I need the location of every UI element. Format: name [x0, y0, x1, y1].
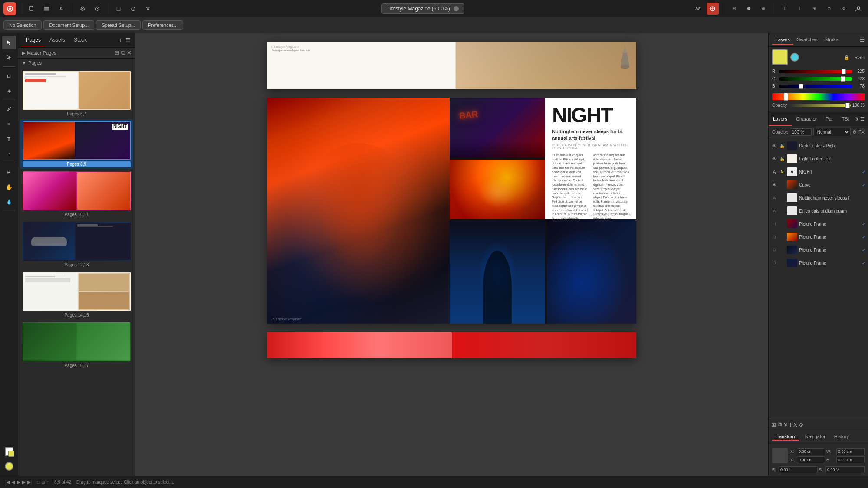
icon7[interactable]: ⊙ [823, 3, 835, 15]
paint-tool[interactable]: ✒ [2, 117, 16, 131]
text-icon[interactable]: A [55, 3, 67, 15]
shape-tool[interactable]: ⊿ [2, 147, 16, 160]
stroke-swatch[interactable] [2, 445, 16, 459]
document-setup-btn[interactable]: Document Setup... [43, 20, 94, 30]
document-title-bar[interactable]: Lifestyle Magazine (50.0%) [381, 3, 464, 14]
icon5[interactable]: I [793, 3, 806, 15]
colour-tab-swatches[interactable]: Swatches [793, 35, 821, 45]
settings-icon[interactable]: ⚙ [76, 3, 89, 15]
colour-swatch-secondary[interactable] [790, 53, 799, 62]
x-input[interactable]: 0.00 cm [797, 448, 825, 455]
prev-page-btn[interactable]: ◀ [12, 480, 15, 485]
icon4[interactable]: T [779, 3, 791, 15]
y-input[interactable]: 0.00 cm [797, 456, 825, 463]
active-tool-icon[interactable] [707, 3, 719, 15]
select-tool[interactable] [2, 36, 16, 49]
layer-fx-icon[interactable]: FX [858, 129, 865, 135]
transform-tab-history[interactable]: History [832, 433, 852, 441]
user-icon[interactable] [852, 3, 865, 15]
next-page-btn[interactable]: ▶ [22, 480, 26, 485]
pages-thumbnail-1213[interactable]: Pages 12,13 [20, 220, 133, 269]
view-icon-3[interactable]: ≡ [46, 480, 49, 485]
icon3[interactable]: ⊕ [757, 3, 769, 15]
add-layer-icon[interactable]: ⊞ [771, 422, 776, 428]
pages-section[interactable]: ▼ Pages [18, 59, 135, 67]
layer-vis-3[interactable]: A [771, 170, 777, 174]
r-field-input[interactable]: 0.00 ° [779, 466, 818, 473]
w-input[interactable]: 0.00 cm [836, 448, 865, 455]
yellow-circle[interactable] [2, 459, 16, 473]
copy-master-icon[interactable]: ⧉ [121, 49, 125, 56]
layer-item-picture-frame-3[interactable]: □ Picture Frame ✓ [769, 243, 868, 256]
colour-spectrum[interactable] [772, 93, 865, 100]
r-thumb[interactable] [842, 69, 846, 74]
delete-layer-icon[interactable]: ✕ [783, 422, 788, 428]
b-slider[interactable] [779, 85, 852, 88]
layers-icon[interactable] [40, 3, 53, 15]
g-thumb[interactable] [841, 76, 845, 82]
g-slider[interactable] [779, 77, 852, 81]
icon1[interactable]: ⊞ [728, 3, 740, 15]
layer-vis-1[interactable]: 👁 [771, 144, 777, 148]
layer-item-picture-frame-1[interactable]: □ Picture Frame ✓ [769, 217, 868, 230]
pages-thumbnail-89[interactable]: NIGHT Pages 8,9 [20, 119, 133, 169]
layer-vis-5[interactable]: A [771, 196, 777, 200]
layer-vis-7[interactable]: □ [771, 222, 777, 226]
tab-assets[interactable]: Assets [45, 34, 69, 46]
layer-mask-icon[interactable]: ⊙ [799, 422, 804, 428]
pages-thumbnail-67[interactable]: Pages 6,7 [20, 69, 133, 118]
crop-tool[interactable]: ⊡ [2, 69, 16, 83]
preferences-btn[interactable]: Preferences... [142, 20, 183, 30]
layer-item-nottingham[interactable]: A Nottingham never sleeps f [769, 191, 868, 204]
transform-tab-transform[interactable]: Transform [772, 433, 799, 441]
spread-main[interactable]: 8 Lifestyle Magazine [267, 98, 636, 324]
hand-tool[interactable]: ✋ [2, 180, 16, 194]
layer-settings-gear[interactable]: ⚙ [852, 129, 857, 135]
layers-tab-par[interactable]: Par [821, 112, 837, 126]
file-icon[interactable] [26, 3, 38, 15]
layers-tab-layers[interactable]: Layers [769, 112, 792, 126]
colour-panel-menu[interactable]: ☰ [860, 37, 865, 43]
pen-tool[interactable] [2, 102, 16, 116]
add-page-icon[interactable]: + [118, 36, 123, 44]
pages-thumbnail-1617[interactable]: Pages 16,17 [20, 321, 133, 370]
spectrum-thumb[interactable] [784, 93, 788, 101]
layer-item-dark-footer-right[interactable]: 👁 🔒 Dark Footer - Right [769, 139, 868, 152]
eyedropper-tool[interactable]: 💧 [2, 195, 16, 209]
crop-icon[interactable]: ✕ [142, 3, 154, 15]
zoom-tool[interactable]: ⊕ [2, 165, 16, 179]
layer-item-picture-frame-2[interactable]: □ Picture Frame ✓ [769, 230, 868, 243]
layer-vis-6[interactable]: A [771, 209, 777, 213]
layer-lock-2[interactable]: 🔒 [779, 157, 785, 161]
pages-scroll[interactable]: Pages 6,7 NIGHT Pages 8,9 [18, 67, 135, 476]
opacity-thumb[interactable] [845, 103, 850, 108]
node-tool[interactable] [2, 50, 16, 64]
panel-menu-icon[interactable]: ☰ [125, 36, 132, 44]
layer-item-curve[interactable]: ✱ Curve ✓ [769, 178, 868, 191]
last-page-btn[interactable]: ▶| [27, 480, 32, 485]
colour-swatch-main[interactable] [772, 49, 788, 65]
icon2[interactable]: ⚈ [743, 3, 755, 15]
layer-item-etleo[interactable]: A Et leo duis ut diam quam [769, 204, 868, 217]
app-icon[interactable] [3, 2, 16, 15]
icon8[interactable]: ⚙ [838, 3, 850, 15]
r-slider[interactable] [779, 70, 852, 73]
colour-tab-stroke[interactable]: Stroke [821, 35, 842, 45]
tab-pages[interactable]: Pages [22, 34, 45, 46]
master-pages-toggle[interactable]: ▶ [22, 50, 25, 56]
layers-tab-character[interactable]: Character [792, 112, 821, 126]
copy-layer-icon[interactable]: ⧉ [778, 421, 782, 428]
text-tool[interactable]: T [2, 132, 16, 146]
layer-vis-2[interactable]: 👁 [771, 157, 777, 161]
play-btn[interactable]: ▶ [17, 480, 20, 485]
close-tab-button[interactable] [454, 6, 459, 11]
view-mode-icon[interactable]: Aa [692, 3, 704, 15]
transform-tab-navigator[interactable]: Navigator [802, 433, 828, 441]
tab-stock[interactable]: Stock [69, 34, 91, 46]
view-icon[interactable]: □ [112, 3, 125, 15]
layer-lock-1[interactable]: 🔒 [779, 144, 785, 148]
layer-vis-10[interactable]: □ [771, 261, 777, 265]
prefs-icon[interactable]: ⚙ [91, 3, 103, 15]
layer-fx-action-icon[interactable]: FX [790, 422, 797, 428]
opacity-slider[interactable] [789, 104, 851, 107]
